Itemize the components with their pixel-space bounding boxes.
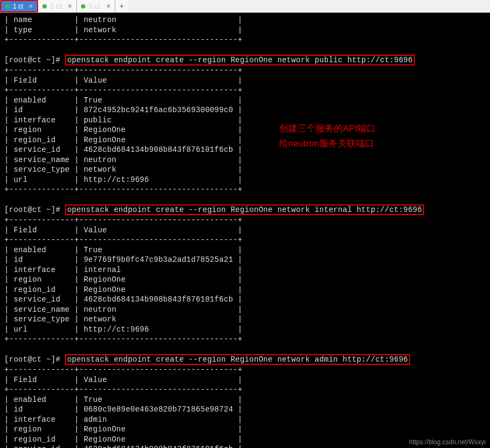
tab-c2[interactable]: 3 c2 ✕	[77, 0, 115, 12]
tab-c1[interactable]: 2 c1 ✕	[38, 0, 77, 12]
plus-icon: +	[120, 2, 124, 11]
shell-prompt: [root@ct ~]#	[4, 355, 65, 364]
annotation-text: 创建三个服务的API端口 给neutron服务关联端口	[279, 121, 376, 151]
tab-bar: 1 ct ✕ 2 c1 ✕ 3 c2 ✕ +	[0, 0, 490, 13]
close-icon[interactable]: ✕	[28, 3, 33, 9]
close-icon[interactable]: ✕	[106, 3, 111, 9]
status-dot-icon	[5, 4, 10, 9]
terminal-output[interactable]: | name | neutron | | type | network | +-…	[0, 13, 490, 448]
tab-label: 2 c1	[50, 3, 62, 10]
command-highlight: openstack endpoint create --region Regio…	[65, 354, 410, 365]
command-highlight: openstack endpoint create --region Regio…	[65, 204, 424, 215]
annotation-line1: 创建三个服务的API端口	[279, 121, 376, 136]
tab-ct[interactable]: 1 ct ✕	[0, 0, 38, 12]
shell-prompt: [root@ct ~]#	[4, 205, 65, 214]
close-icon[interactable]: ✕	[68, 3, 72, 9]
command-highlight: openstack endpoint create --region Regio…	[65, 55, 415, 65]
tab-label: 1 ct	[13, 3, 23, 10]
status-dot-icon	[42, 4, 47, 9]
watermark: https://blog.csdn.net/Wsxyi	[409, 438, 486, 446]
shell-prompt: [root@ct ~]#	[4, 56, 65, 64]
add-tab-button[interactable]: +	[115, 0, 128, 12]
status-dot-icon	[81, 4, 85, 9]
tab-label: 3 c2	[89, 3, 101, 10]
annotation-line2: 给neutron服务关联端口	[279, 136, 376, 151]
